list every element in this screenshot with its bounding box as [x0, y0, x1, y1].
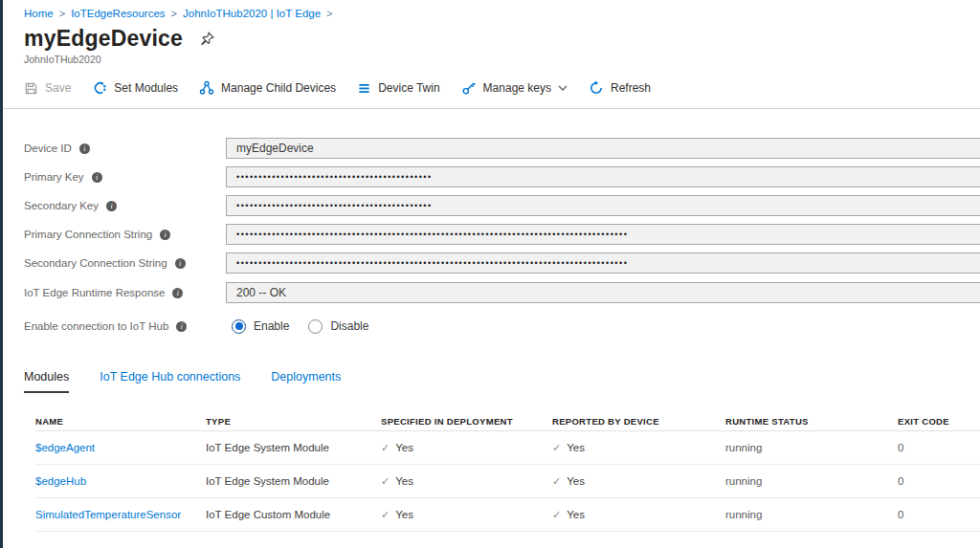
chevron-right-icon: > [326, 8, 332, 19]
save-button[interactable]: Save [24, 81, 71, 96]
chevron-right-icon: > [171, 8, 177, 19]
primary-key-input[interactable] [226, 166, 980, 187]
page-title: myEdgeDevice [24, 26, 183, 52]
runtime-status-cell: running [725, 442, 898, 453]
manage-keys-button[interactable]: Manage keys [461, 80, 568, 96]
col-reported-by-device: REPORTED BY DEVICE [552, 416, 725, 427]
set-modules-button[interactable]: Set Modules [92, 80, 178, 96]
device-properties-form: Device ID i Primary Key i Secondary Key … [3, 134, 980, 338]
runtime-response-input[interactable] [226, 282, 980, 303]
radio-selected-icon [232, 319, 246, 334]
device-detail-page: Home > IoTEdgeResources > JohnIoTHub2020… [3, 0, 980, 548]
module-type: IoT Edge System Module [206, 475, 381, 487]
device-id-row: Device ID i [3, 134, 980, 163]
reported-cell: ✓Yes [552, 509, 725, 521]
specified-cell: ✓Yes [381, 509, 552, 521]
primary-connection-string-input[interactable] [226, 224, 980, 245]
exit-code-cell: 0 [898, 509, 980, 520]
primary-connection-string-label: Primary Connection String [24, 229, 152, 240]
refresh-button[interactable]: Refresh [589, 80, 651, 96]
check-icon: ✓ [552, 509, 561, 520]
secondary-connection-string-label: Secondary Connection String [24, 257, 167, 269]
table-row: SimulatedTemperatureSensor IoT Edge Cust… [35, 498, 980, 532]
set-modules-icon [92, 80, 107, 96]
info-icon[interactable]: i [176, 321, 187, 332]
module-link[interactable]: $edgeAgent [35, 442, 95, 453]
check-icon: ✓ [381, 475, 390, 487]
module-type: IoT Edge Custom Module [206, 509, 381, 520]
info-icon[interactable]: i [172, 288, 183, 298]
info-icon[interactable]: i [160, 230, 170, 240]
breadcrumb-home[interactable]: Home [24, 8, 54, 19]
save-icon [24, 81, 38, 96]
radio-unselected-icon [308, 319, 323, 334]
info-icon[interactable]: i [79, 143, 90, 154]
pin-icon[interactable] [200, 32, 214, 46]
col-name: NAME [35, 416, 206, 427]
reported-cell: ✓Yes [552, 442, 725, 454]
enable-radio[interactable]: Enable [232, 319, 289, 334]
info-icon[interactable]: i [92, 172, 102, 183]
check-icon: ✓ [552, 475, 561, 487]
check-icon: ✓ [552, 442, 561, 453]
col-exit-code: EXIT CODE [898, 416, 980, 427]
runtime-status-cell: running [725, 509, 898, 520]
col-runtime-status: RUNTIME STATUS [725, 416, 898, 427]
module-link[interactable]: $edgeHub [35, 475, 86, 487]
tab-deployments[interactable]: Deployments [271, 370, 341, 393]
col-specified-in-deployment: SPECIFIED IN DEPLOYMENT [381, 416, 552, 427]
manage-child-devices-button[interactable]: Manage Child Devices [199, 80, 336, 96]
breadcrumb-iot-edge-resources[interactable]: IoTEdgeResources [71, 8, 165, 19]
runtime-response-label: IoT Edge Runtime Response [24, 287, 165, 298]
enable-connection-row: Enable connection to IoT Hub i Enable Di… [3, 315, 980, 338]
device-twin-button[interactable]: Device Twin [357, 81, 439, 96]
device-twin-icon [357, 81, 371, 96]
enable-connection-label: Enable connection to IoT Hub [24, 320, 168, 332]
secondary-key-label: Secondary Key [24, 200, 99, 211]
device-id-label: Device ID [24, 142, 72, 154]
specified-cell: ✓Yes [381, 442, 552, 454]
check-icon: ✓ [381, 509, 390, 520]
hub-subtitle: JohnIoTHub2020 [3, 54, 980, 65]
primary-connection-string-row: Primary Connection String i [3, 220, 980, 249]
check-icon: ✓ [381, 442, 390, 453]
device-id-input[interactable] [226, 138, 980, 159]
manage-child-devices-icon [199, 80, 214, 96]
table-row: $edgeAgent IoT Edge System Module ✓Yes ✓… [35, 431, 980, 465]
module-type: IoT Edge System Module [206, 442, 381, 453]
info-icon[interactable]: i [106, 201, 117, 211]
refresh-icon [589, 80, 604, 96]
modules-table: NAME TYPE SPECIFIED IN DEPLOYMENT REPORT… [3, 411, 980, 532]
command-bar: Save Set Modules Manage Child Devices De… [3, 77, 980, 99]
module-link[interactable]: SimulatedTemperatureSensor [35, 509, 181, 520]
reported-cell: ✓Yes [552, 475, 725, 488]
connection-radio-group: Enable Disable [226, 319, 368, 334]
breadcrumb-iot-hub[interactable]: JohnIoTHub2020 | IoT Edge [183, 8, 321, 19]
runtime-status-cell: running [725, 475, 898, 487]
chevron-right-icon: > [59, 8, 65, 19]
exit-code-cell: 0 [898, 475, 980, 487]
toolbar-divider [3, 108, 980, 109]
breadcrumb: Home > IoTEdgeResources > JohnIoTHub2020… [3, 0, 980, 19]
primary-key-label: Primary Key [24, 171, 84, 183]
secondary-connection-string-row: Secondary Connection String i [3, 249, 980, 277]
disable-radio[interactable]: Disable [308, 319, 368, 334]
secondary-connection-string-input[interactable] [226, 252, 980, 274]
info-icon[interactable]: i [175, 258, 186, 269]
chevron-down-icon [558, 85, 568, 92]
runtime-response-row: IoT Edge Runtime Response i [3, 278, 980, 307]
secondary-key-input[interactable] [226, 195, 980, 216]
table-row: $edgeHub IoT Edge System Module ✓Yes ✓Ye… [35, 465, 980, 498]
tab-bar: Modules IoT Edge Hub connections Deploym… [3, 370, 980, 393]
primary-key-row: Primary Key i [3, 163, 980, 191]
col-type: TYPE [206, 416, 381, 427]
specified-cell: ✓Yes [381, 475, 552, 488]
table-header: NAME TYPE SPECIFIED IN DEPLOYMENT REPORT… [35, 411, 980, 431]
secondary-key-row: Secondary Key i [3, 191, 980, 220]
key-icon [461, 80, 477, 96]
tab-modules[interactable]: Modules [24, 370, 69, 393]
exit-code-cell: 0 [898, 442, 980, 453]
tab-iot-edge-hub-connections[interactable]: IoT Edge Hub connections [100, 370, 240, 393]
